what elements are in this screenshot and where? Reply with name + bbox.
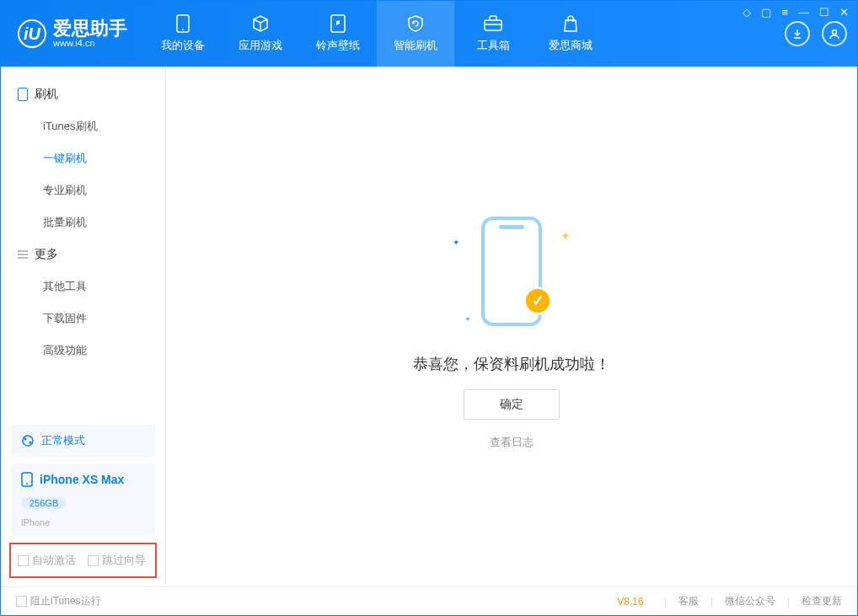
shirt-icon[interactable]: ◇	[743, 6, 751, 19]
menu-icon[interactable]: ≡	[781, 6, 788, 19]
tab-label: 我的设备	[161, 38, 205, 53]
sidebar-item-pro-flash[interactable]: 专业刷机	[1, 174, 165, 206]
cube-icon	[249, 14, 271, 33]
block-itunes-checkbox[interactable]: 阻止iTunes运行	[16, 594, 101, 608]
sidebar-group-flash: 刷机	[1, 78, 165, 110]
view-log-link[interactable]: 查看日志	[490, 435, 534, 450]
tab-label: 铃声壁纸	[316, 38, 360, 53]
tab-smart-flash[interactable]: 智能刷机	[377, 1, 454, 67]
tab-my-device[interactable]: 我的设备	[144, 1, 222, 67]
svg-point-10	[26, 483, 28, 485]
group-label: 刷机	[35, 87, 58, 102]
bag-icon	[560, 14, 582, 33]
tab-label: 工具箱	[477, 38, 510, 53]
music-file-icon	[327, 14, 349, 33]
header-actions	[785, 21, 847, 46]
svg-point-5	[833, 30, 837, 35]
success-message: 恭喜您，保资料刷机成功啦！	[413, 354, 610, 374]
tab-store[interactable]: 爱思商城	[532, 1, 609, 67]
sparkle-icon: ✦	[453, 238, 459, 247]
mode-label: 正常模式	[41, 433, 85, 448]
app-name: 爱思助手	[53, 19, 127, 38]
mode-card[interactable]: 正常模式	[11, 425, 155, 457]
sidebar-bottom: 正常模式 iPhone XS Max 256GB iPhone 自动激活 跳过向…	[1, 418, 165, 587]
device-small-icon	[18, 88, 28, 101]
sidebar-item-download-fw[interactable]: 下载固件	[1, 303, 165, 335]
logo-icon: iU	[18, 19, 46, 48]
list-icon	[18, 250, 28, 259]
logo: iU 爱思助手 www.i4.cn	[18, 19, 127, 48]
tab-ring-wall[interactable]: 铃声壁纸	[299, 1, 377, 67]
device-icon	[172, 14, 194, 33]
tab-label: 智能刷机	[394, 38, 437, 53]
mode-icon	[21, 434, 35, 447]
sidebar-group-more: 更多	[1, 238, 165, 271]
check-update-link[interactable]: 检查更新	[802, 594, 842, 608]
ok-button[interactable]: 确定	[464, 389, 560, 420]
refresh-shield-icon	[405, 14, 426, 33]
lock-icon[interactable]: ▢	[761, 6, 771, 19]
svg-point-6	[23, 436, 33, 446]
window-controls: ◇ ▢ ≡ — ☐ ✕	[743, 6, 849, 19]
tab-toolbox[interactable]: 工具箱	[454, 1, 532, 67]
download-button[interactable]	[785, 21, 810, 46]
auto-activate-checkbox[interactable]: 自动激活	[18, 553, 76, 568]
sidebar-item-oneclick-flash[interactable]: 一键刷机	[1, 142, 165, 174]
success-illustration: ✦ ✦ ✦ ✓	[444, 204, 579, 339]
checkbox-label: 阻止iTunes运行	[30, 595, 101, 607]
support-link[interactable]: 客服	[678, 594, 699, 608]
sidebar-item-advanced[interactable]: 高级功能	[1, 335, 165, 367]
main-content: ✦ ✦ ✦ ✓ 恭喜您，保资料刷机成功啦！ 确定 查看日志	[166, 67, 857, 587]
svg-point-7	[24, 438, 27, 441]
svg-point-8	[29, 442, 32, 444]
sidebar-item-batch-flash[interactable]: 批量刷机	[1, 206, 165, 238]
tab-label: 爱思商城	[549, 38, 593, 53]
app-header: iU 爱思助手 www.i4.cn 我的设备 应用游戏 铃声壁纸 智能刷机 工具…	[1, 1, 857, 67]
device-type: iPhone	[21, 517, 50, 528]
wechat-link[interactable]: 微信公众号	[725, 594, 775, 608]
app-url: www.i4.cn	[53, 38, 127, 48]
sparkle-icon: ✦	[464, 314, 471, 324]
phone-icon	[21, 472, 33, 487]
tab-apps-games[interactable]: 应用游戏	[222, 1, 299, 67]
status-bar: 阻止iTunes运行 V8.16 | 客服 | 微信公众号 | 检查更新	[1, 587, 857, 615]
skip-guide-checkbox[interactable]: 跳过向导	[88, 553, 146, 568]
check-badge-icon: ✓	[523, 287, 552, 315]
checkbox-label: 自动激活	[32, 554, 76, 566]
svg-point-1	[182, 29, 184, 30]
user-button[interactable]	[822, 21, 847, 46]
device-card[interactable]: iPhone XS Max 256GB iPhone	[11, 463, 155, 536]
version-label: V8.16	[617, 596, 643, 608]
toolbox-icon	[482, 14, 504, 33]
device-name: iPhone XS Max	[40, 473, 124, 486]
checkbox-label: 跳过向导	[102, 554, 146, 566]
sidebar-item-other-tools[interactable]: 其他工具	[1, 271, 165, 303]
sidebar: 刷机 iTunes刷机 一键刷机 专业刷机 批量刷机 更多 其他工具 下载固件 …	[1, 67, 166, 587]
maximize-button[interactable]: ☐	[819, 6, 829, 19]
close-button[interactable]: ✕	[839, 6, 849, 19]
tab-label: 应用游戏	[239, 38, 282, 53]
minimize-button[interactable]: —	[798, 6, 809, 19]
sparkle-icon: ✦	[560, 229, 571, 243]
svg-rect-3	[485, 20, 501, 30]
storage-badge: 256GB	[21, 497, 67, 509]
app-body: 刷机 iTunes刷机 一键刷机 专业刷机 批量刷机 更多 其他工具 下载固件 …	[1, 67, 857, 587]
options-row: 自动激活 跳过向导	[9, 543, 157, 578]
nav-tabs: 我的设备 应用游戏 铃声壁纸 智能刷机 工具箱 爱思商城	[144, 1, 609, 67]
group-label: 更多	[35, 247, 58, 262]
sidebar-item-itunes-flash[interactable]: iTunes刷机	[1, 110, 165, 142]
